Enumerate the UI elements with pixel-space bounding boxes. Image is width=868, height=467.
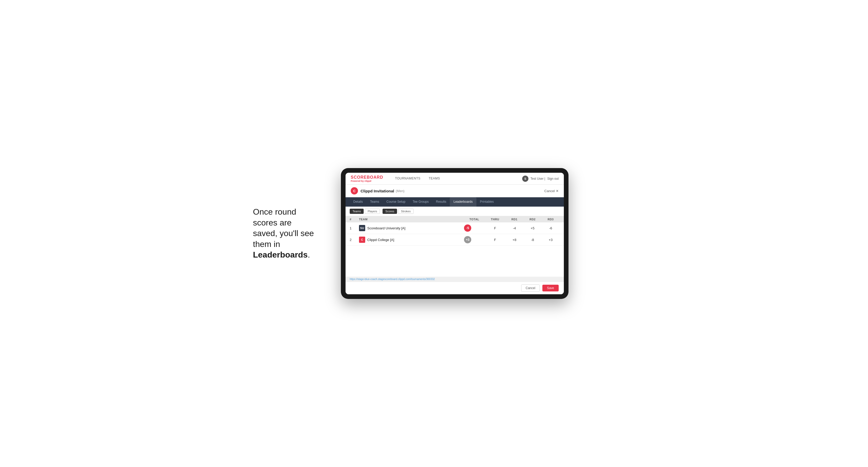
footer-save-button[interactable]: Save	[542, 285, 559, 291]
logo-sub: Powered by clippd	[351, 180, 383, 182]
page-wrapper: Once round scores are saved, you'll see …	[253, 168, 615, 299]
tab-details[interactable]: Details	[350, 197, 367, 207]
tablet-frame: SCOREBOARD Powered by clippd TOURNAMENTS…	[341, 168, 568, 299]
logo-accent: SCORE	[351, 175, 367, 180]
logo-sub-prefix: Powered by	[351, 180, 365, 182]
team-logo-2: C	[359, 237, 365, 243]
footer-cancel-button[interactable]: Cancel	[521, 284, 539, 292]
rank-2: 2	[350, 238, 359, 242]
col-rd2: RD2	[524, 218, 541, 221]
team-logo-1: SU	[359, 225, 365, 231]
tab-bar: Details Teams Course Setup Tee Groups Re…	[345, 197, 564, 207]
user-avatar: S	[522, 176, 528, 182]
filter-teams[interactable]: Teams	[350, 209, 364, 214]
col-rd1: RD1	[505, 218, 524, 221]
filter-players[interactable]: Players	[365, 209, 380, 214]
header-nav: TOURNAMENTS TEAMS	[391, 173, 444, 184]
col-rd3: RD3	[541, 218, 560, 221]
rd1-2: +8	[505, 238, 524, 242]
tournament-gender: (Men)	[396, 189, 404, 193]
nav-teams[interactable]: TEAMS	[425, 173, 444, 184]
left-description: Once round scores are saved, you'll see …	[253, 207, 326, 260]
header-right: S Test User | Sign out	[522, 176, 559, 182]
tab-teams[interactable]: Teams	[367, 197, 383, 207]
col-total: TOTAL	[464, 218, 485, 221]
sign-out-link[interactable]: Sign out	[547, 177, 559, 181]
rd1-1: -4	[505, 226, 524, 230]
total-2: +3	[464, 236, 485, 243]
tournament-icon: C	[351, 187, 358, 194]
tab-printables[interactable]: Printables	[476, 197, 497, 207]
cancel-label: Cancel	[545, 189, 555, 193]
thru-1: F	[485, 226, 505, 230]
desc-period: .	[308, 250, 310, 259]
rd3-1: -6	[541, 226, 560, 230]
thru-2: F	[485, 238, 505, 242]
rank-1: 1	[350, 226, 359, 230]
tablet-screen: SCOREBOARD Powered by clippd TOURNAMENTS…	[345, 173, 564, 294]
sub-filter-bar: Teams Players Scores Strokes	[345, 207, 564, 216]
rd2-2: -8	[524, 238, 541, 242]
filter-scores[interactable]: Scores	[382, 209, 397, 214]
desc-line4: them in	[253, 240, 280, 249]
total-1: -5	[464, 224, 485, 232]
app-footer: Cancel Save	[345, 282, 564, 294]
tab-leaderboards[interactable]: Leaderboards	[450, 197, 476, 207]
rd3-2: +3	[541, 238, 560, 242]
logo-rest: BOARD	[367, 175, 383, 180]
app-header: SCOREBOARD Powered by clippd TOURNAMENTS…	[345, 173, 564, 185]
url-text: https://stage-blue-coach.stagescoreboard…	[350, 278, 435, 281]
url-bar: https://stage-blue-coach.stagescoreboard…	[345, 277, 564, 282]
score-badge-1: -5	[464, 224, 471, 232]
table-row: 2 C Clippd College [A] +3 F +8 -8 +3	[345, 234, 564, 246]
team-cell-1: SU Scoreboard University [A]	[359, 225, 464, 231]
team-name-1: Scoreboard University [A]	[367, 226, 405, 230]
score-badge-2: +3	[464, 236, 471, 243]
tournament-name: Clippd Invitational	[361, 189, 394, 193]
team-name-2: Clippd College [A]	[367, 238, 394, 242]
desc-line2: scores are	[253, 218, 291, 227]
logo-area: SCOREBOARD Powered by clippd	[351, 175, 383, 182]
filter-strokes[interactable]: Strokes	[398, 209, 413, 214]
col-rank: #	[350, 218, 359, 221]
desc-line1: Once round	[253, 207, 296, 216]
col-thru: THRU	[485, 218, 505, 221]
spacer	[345, 246, 564, 277]
desc-line3: saved, you'll see	[253, 228, 314, 238]
tab-course-setup[interactable]: Course Setup	[383, 197, 409, 207]
table-header: # TEAM TOTAL THRU RD1 RD2 RD3	[345, 216, 564, 222]
tab-tee-groups[interactable]: Tee Groups	[409, 197, 432, 207]
tournament-header: C Clippd Invitational (Men) Cancel ✕	[345, 185, 564, 197]
logo-text: SCOREBOARD	[351, 175, 383, 180]
desc-line5-bold: Leaderboards	[253, 250, 308, 259]
col-team: TEAM	[359, 218, 464, 221]
user-name: Test User |	[530, 177, 545, 181]
table-row: 1 SU Scoreboard University [A] -5 F -4 +…	[345, 222, 564, 234]
nav-tournaments[interactable]: TOURNAMENTS	[391, 173, 425, 184]
cancel-icon: ✕	[556, 189, 559, 193]
tab-results[interactable]: Results	[432, 197, 450, 207]
tournament-cancel-button[interactable]: Cancel ✕	[545, 189, 559, 193]
team-cell-2: C Clippd College [A]	[359, 237, 464, 243]
logo-sub-brand: clippd	[365, 180, 371, 182]
rd2-1: +5	[524, 226, 541, 230]
